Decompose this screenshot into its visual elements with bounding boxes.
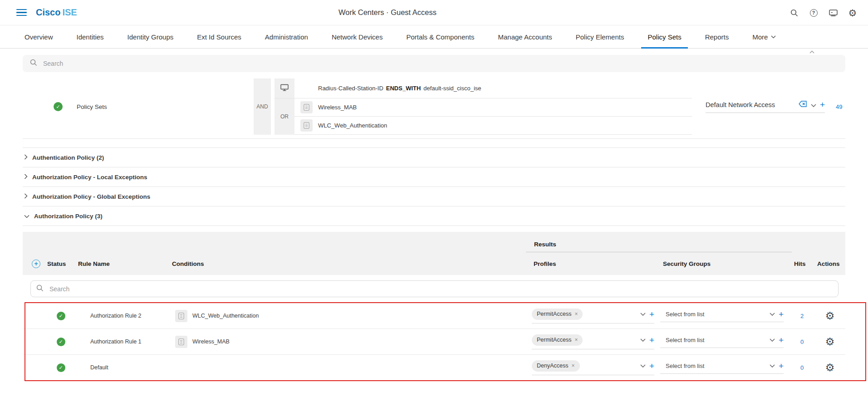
tab-reports[interactable]: Reports (693, 25, 741, 48)
status-enabled-icon[interactable]: ✓ (57, 312, 65, 320)
rule-condition[interactable]: Wireless_MAB (192, 338, 230, 345)
status-enabled-icon[interactable]: ✓ (57, 338, 65, 346)
chevron-up-icon[interactable] (809, 47, 814, 55)
tab-network-devices[interactable]: Network Devices (320, 25, 395, 48)
col-rule-name: Rule Name (76, 260, 170, 267)
table-row: ✓ Authorization Rule 1 Wireless_MAB Perm… (23, 329, 845, 355)
tab-policy-sets[interactable]: Policy Sets (636, 25, 693, 48)
profile-chip[interactable]: DenyAccess × (532, 360, 580, 372)
add-security-group-icon[interactable]: + (779, 310, 784, 319)
profile-select[interactable]: DenyAccess × + (532, 360, 654, 375)
col-security-groups: Security Groups (660, 260, 790, 267)
security-group-select[interactable]: Select from list + (660, 362, 784, 374)
rule-hits[interactable]: 0 (800, 338, 804, 345)
condition-attribute: Radius·Called-Station-ID (318, 85, 383, 92)
status-enabled-icon[interactable]: ✓ (57, 363, 65, 372)
row-actions-gear-icon[interactable]: ⚙ (825, 311, 835, 321)
tab-identity-groups[interactable]: Identity Groups (116, 25, 186, 48)
section-authz-global-exceptions[interactable]: Authorization Policy - Global Exceptions (23, 187, 845, 206)
tab-policy-elements[interactable]: Policy Elements (564, 25, 636, 48)
policy-set-search-input[interactable] (42, 59, 838, 68)
table-header: Results + Status Rule Name Conditions Pr… (23, 232, 845, 275)
chevron-down-icon[interactable] (640, 337, 646, 343)
chevron-down-icon[interactable] (640, 311, 646, 317)
console-icon[interactable] (829, 8, 838, 17)
rule-name[interactable]: Authorization Rule 2 (76, 313, 170, 319)
tab-manage-accounts[interactable]: Manage Accounts (486, 25, 564, 48)
add-profile-icon[interactable]: + (649, 336, 654, 344)
tab-overview[interactable]: Overview (13, 25, 65, 48)
remove-profile-icon[interactable]: × (574, 311, 578, 317)
rule-condition[interactable]: WLC_Web_Authentication (192, 313, 259, 319)
search-icon[interactable] (790, 8, 799, 17)
condition-row: Radius·Called-Station-ID ENDS_WITH defau… (275, 78, 692, 98)
section-label: Authentication Policy (2) (32, 154, 104, 161)
add-rule-button[interactable]: + (32, 260, 40, 268)
profile-select[interactable]: PermitAccess × + (532, 309, 654, 323)
security-group-select[interactable]: Select from list + (660, 310, 784, 322)
col-conditions: Conditions (170, 260, 531, 267)
chevron-down-icon (24, 213, 29, 220)
security-group-select[interactable]: Select from list + (660, 336, 784, 348)
app-header: CiscoISE Work Centers · Guest Access ? ⚙ (0, 0, 868, 25)
status-enabled-icon[interactable]: ✓ (54, 102, 63, 111)
row-actions-gear-icon[interactable]: ⚙ (825, 337, 835, 347)
remove-profile-icon[interactable]: × (574, 337, 578, 343)
policy-sections: Authentication Policy (2) Authorization … (23, 147, 845, 226)
add-security-group-icon[interactable]: + (779, 362, 784, 370)
row-actions-gear-icon[interactable]: ⚙ (825, 363, 835, 373)
chevron-down-icon[interactable] (811, 101, 816, 109)
tab-administration[interactable]: Administration (253, 25, 320, 48)
add-security-group-icon[interactable]: + (779, 336, 784, 344)
hamburger-menu-icon[interactable] (16, 9, 27, 16)
table-row: ✓ Authorization Rule 2 WLC_Web_Authentic… (23, 303, 845, 329)
chevron-down-icon[interactable] (770, 363, 775, 369)
rule-rows: ✓ Authorization Rule 2 WLC_Web_Authentic… (23, 303, 845, 381)
condition-expression[interactable]: Radius·Called-Station-ID ENDS_WITH defau… (294, 85, 481, 92)
add-profile-icon[interactable]: + (649, 310, 654, 319)
settings-gear-icon[interactable]: ⚙ (848, 8, 857, 17)
chevron-down-icon[interactable] (770, 337, 775, 343)
rule-name[interactable]: Authorization Rule 1 (76, 338, 170, 345)
section-authz-local-exceptions[interactable]: Authorization Policy - Local Exceptions (23, 167, 845, 187)
tab-ext-id-sources[interactable]: Ext Id Sources (185, 25, 253, 48)
chevron-down-icon[interactable] (640, 363, 646, 369)
add-protocol-icon[interactable]: + (820, 100, 825, 109)
clear-selection-icon[interactable] (799, 101, 807, 109)
column-headers: + Status Rule Name Conditions Profiles S… (23, 252, 845, 275)
allowed-protocols-select[interactable]: Default Network Access + (706, 100, 825, 113)
chevron-down-icon[interactable] (770, 311, 775, 317)
col-actions: Actions (814, 260, 845, 267)
tab-identities[interactable]: Identities (65, 25, 116, 48)
page-title: Work Centers · Guest Access (338, 8, 436, 17)
profile-select[interactable]: PermitAccess × + (532, 334, 654, 349)
search-icon (30, 59, 37, 68)
condition-name[interactable]: WLC_Web_Authentication (318, 122, 387, 129)
condition-name[interactable]: Wireless_MAB (318, 104, 357, 111)
rule-name[interactable]: Default (76, 364, 170, 371)
add-profile-icon[interactable]: + (649, 362, 654, 370)
section-authorization-policy[interactable]: Authorization Policy (3) (23, 206, 845, 226)
policy-set-hits[interactable]: 49 (836, 103, 842, 110)
rule-hits[interactable]: 0 (800, 364, 804, 371)
condition-operator: ENDS_WITH (386, 85, 421, 92)
chevron-right-icon (24, 154, 28, 161)
work-center-nav: Overview Identities Identity Groups Ext … (0, 25, 868, 49)
profile-chip[interactable]: PermitAccess × (532, 334, 583, 346)
tab-more[interactable]: More (740, 25, 788, 48)
help-icon[interactable]: ? (809, 8, 818, 17)
section-authentication-policy[interactable]: Authentication Policy (2) (23, 148, 845, 167)
tab-portals-components[interactable]: Portals & Components (394, 25, 486, 48)
brand-bold: Cisco (36, 7, 60, 17)
policy-set-name[interactable]: Policy Sets (77, 103, 107, 110)
rule-hits[interactable]: 2 (800, 313, 804, 319)
conditions-block: Radius·Called-Station-ID ENDS_WITH defau… (275, 78, 692, 135)
col-status: Status (45, 260, 76, 267)
policy-set-search (23, 55, 845, 72)
or-connector: OR (275, 98, 294, 135)
rule-search (30, 280, 839, 297)
remove-profile-icon[interactable]: × (571, 363, 574, 369)
monitor-icon (280, 84, 289, 93)
profile-chip[interactable]: PermitAccess × (532, 309, 583, 320)
rule-search-input[interactable] (49, 285, 833, 293)
